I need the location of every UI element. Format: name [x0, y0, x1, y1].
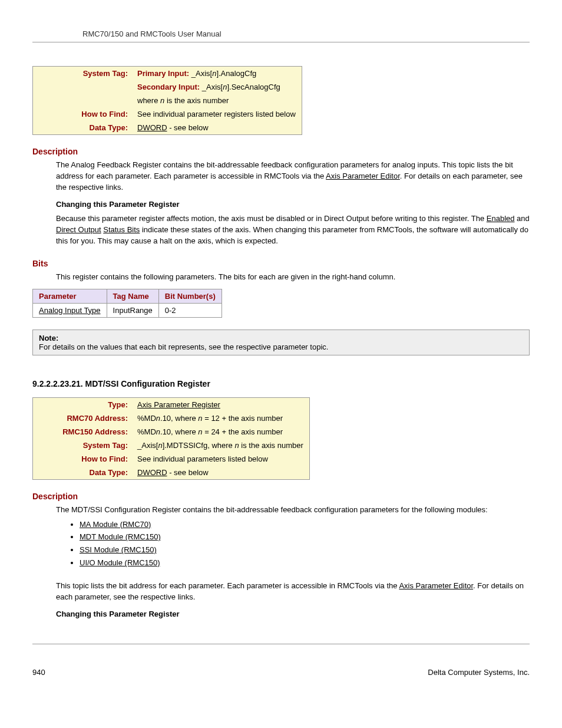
label-rmc150-address: RMC150 Address: — [33, 425, 134, 439]
description-body-1: The Analog Feedback Register contains th… — [56, 160, 530, 247]
header-rule — [32, 42, 530, 42]
list-item: MDT Module (RMC150) — [80, 532, 530, 543]
label-data-type: Data Type: — [33, 121, 134, 135]
bits-body: This register contains the following par… — [56, 272, 530, 283]
link-dword-2[interactable]: DWORD — [137, 468, 167, 477]
list-item: SSI Module (RMC150) — [80, 545, 530, 556]
link-uio-module[interactable]: UI/O Module (RMC150) — [80, 558, 160, 567]
label-data-type-2: Data Type: — [33, 466, 134, 480]
value-system-tag: Primary Input: _Axis[n].AnalogCfg — [134, 67, 302, 81]
link-axis-parameter-editor[interactable]: Axis Parameter Editor — [326, 172, 400, 180]
subheading-changing-register-1: Changing this Parameter Register — [56, 199, 530, 210]
description-body-2: The MDT/SSI Configuration Register conta… — [56, 505, 530, 620]
label-system-tag-2: System Tag: — [33, 439, 134, 452]
value-system-tag-2: _Axis[n].MDTSSICfg, where n is the axis … — [134, 439, 309, 452]
value-how-to-find-2: See individual parameters listed below — [134, 452, 309, 466]
heading-description-1: Description — [32, 147, 530, 156]
section-heading-mdtssi: 9.2.2.2.23.21. MDT/SSI Configuration Reg… — [32, 379, 530, 388]
note-text: For details on the values that each bit … — [39, 342, 328, 351]
value-rmc150-address: %MDn.10, where n = 24 + the axis number — [134, 425, 309, 439]
link-analog-input-type[interactable]: Analog Input Type — [39, 306, 101, 315]
link-axis-parameter-register[interactable]: Axis Parameter Register — [137, 400, 220, 409]
page-footer: 940 Delta Computer Systems, Inc. — [32, 668, 530, 677]
link-mdt-module[interactable]: MDT Module (RMC150) — [80, 532, 161, 541]
note-title: Note: — [39, 334, 58, 342]
document-page: RMC70/150 and RMCTools User Manual Syste… — [0, 0, 562, 728]
footer-rule — [32, 644, 530, 644]
value-where-note: where n is the axis number — [134, 94, 302, 107]
label-system-tag: System Tag: — [33, 67, 134, 81]
value-rmc70-address: %MDn.10, where n = 12 + the axis number — [134, 411, 309, 425]
col-tag-name: Tag Name — [107, 289, 158, 303]
page-header: RMC70/150 and RMCTools User Manual — [32, 29, 530, 38]
page-number: 940 — [32, 668, 45, 677]
link-dword[interactable]: DWORD — [137, 123, 167, 132]
heading-bits: Bits — [32, 259, 530, 268]
col-bit-numbers: Bit Number(s) — [158, 289, 222, 303]
subheading-changing-register-2: Changing this Parameter Register — [56, 609, 530, 620]
module-list: MA Module (RMC70) MDT Module (RMC150) SS… — [68, 519, 530, 569]
label-how-to-find-2: How to Find: — [33, 452, 134, 466]
label-type: Type: — [33, 397, 134, 411]
list-item: MA Module (RMC70) — [80, 519, 530, 531]
link-direct-output[interactable]: Direct Output — [56, 225, 101, 234]
list-item: UI/O Module (RMC150) — [80, 558, 530, 569]
value-how-to-find: See individual parameter registers liste… — [134, 107, 302, 121]
heading-description-2: Description — [32, 492, 530, 501]
value-data-type-2: DWORD - see below — [134, 466, 309, 480]
label-rmc70-address: RMC70 Address: — [33, 411, 134, 425]
register-info-table-2: Type: Axis Parameter Register RMC70 Addr… — [32, 397, 310, 480]
link-ssi-module[interactable]: SSI Module (RMC150) — [80, 545, 157, 554]
link-axis-parameter-editor-2[interactable]: Axis Parameter Editor — [399, 581, 473, 590]
link-ma-module[interactable]: MA Module (RMC70) — [80, 520, 151, 529]
note-box: Note: For details on the values that eac… — [32, 330, 530, 355]
col-parameter: Parameter — [33, 289, 107, 303]
bits-table: Parameter Tag Name Bit Number(s) Analog … — [32, 289, 222, 318]
table-row: Analog Input Type InputRange 0-2 — [33, 303, 222, 317]
link-status-bits[interactable]: Status Bits — [103, 225, 140, 234]
label-how-to-find: How to Find: — [33, 107, 134, 121]
link-enabled[interactable]: Enabled — [487, 214, 515, 223]
register-info-table-1: System Tag: Primary Input: _Axis[n].Anal… — [32, 66, 302, 135]
value-data-type: DWORD - see below — [134, 121, 302, 135]
company-name: Delta Computer Systems, Inc. — [428, 668, 530, 677]
value-secondary-input: Secondary Input: _Axis[n].SecAnalogCfg — [134, 80, 302, 94]
